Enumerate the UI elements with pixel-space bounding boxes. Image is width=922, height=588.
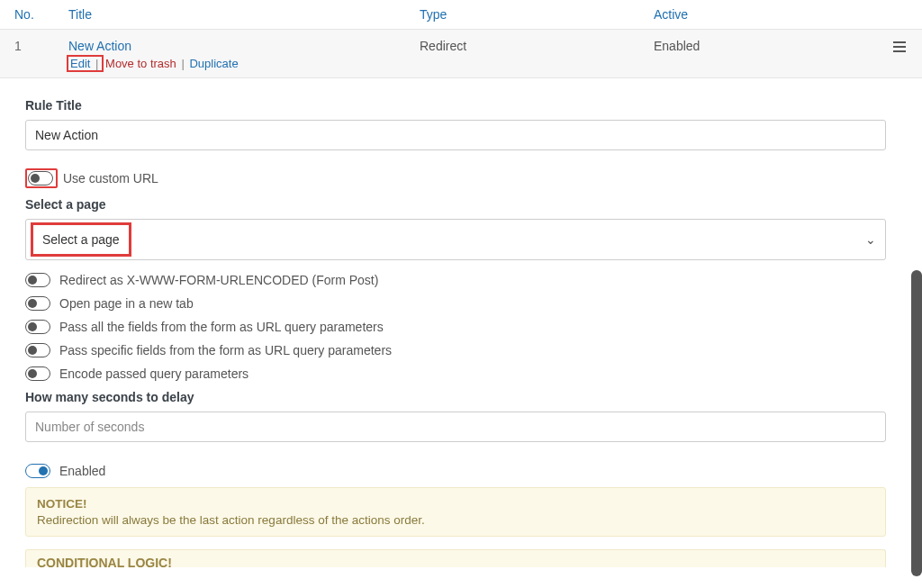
separator: |: [179, 57, 185, 70]
scrollbar[interactable]: [911, 270, 922, 567]
use-custom-url-label: Use custom URL: [63, 171, 158, 185]
form-post-row: Redirect as X-WWW-FORM-URLENCODED (Form …: [25, 273, 904, 287]
pass-specific-toggle[interactable]: [25, 343, 50, 357]
separator: |: [94, 57, 100, 70]
new-tab-row: Open page in a new tab: [25, 296, 904, 311]
row-title-link[interactable]: New Action: [68, 39, 420, 53]
rule-title-label: Rule Title: [25, 98, 904, 113]
rule-editor: Rule Title Use custom URL Select a page …: [0, 78, 922, 567]
new-tab-toggle[interactable]: [25, 296, 50, 311]
select-page-dropdown[interactable]: Select a page ⌄: [25, 219, 886, 260]
pass-all-toggle[interactable]: [25, 320, 50, 334]
use-custom-url-highlight: [25, 168, 58, 188]
form-post-label: Redirect as X-WWW-FORM-URLENCODED (Form …: [59, 273, 378, 287]
trash-link[interactable]: Move to trash: [105, 57, 176, 70]
enabled-row: Enabled: [25, 464, 904, 478]
notice-text: Redirection will always be the last acti…: [37, 513, 874, 527]
rule-row: 1 New Action Edit | Move to trash | Dupl…: [0, 30, 922, 78]
row-number: 1: [14, 39, 68, 53]
chevron-down-icon: ⌄: [865, 232, 876, 247]
conditional-logic-heading: CONDITIONAL LOGIC!: [25, 549, 886, 567]
pass-specific-label: Pass specific fields from the form as UR…: [59, 343, 392, 357]
rule-title-input[interactable]: [25, 120, 886, 150]
delay-input[interactable]: [25, 412, 886, 442]
edit-link[interactable]: Edit: [70, 57, 90, 70]
drag-icon: [891, 39, 908, 55]
select-page-highlight: Select a page: [31, 222, 131, 257]
enabled-toggle[interactable]: [25, 464, 50, 478]
encode-row: Encode passed query parameters: [25, 366, 904, 381]
header-no[interactable]: No.: [14, 7, 68, 22]
duplicate-link[interactable]: Duplicate: [189, 57, 238, 70]
select-page-value: Select a page: [35, 227, 127, 252]
header-active[interactable]: Active: [654, 7, 908, 22]
delay-label: How many seconds to delay: [25, 390, 904, 404]
header-title[interactable]: Title: [68, 7, 420, 22]
use-custom-url-toggle[interactable]: [28, 171, 53, 185]
drag-handle[interactable]: [881, 39, 908, 58]
use-custom-url-row: Use custom URL: [25, 168, 904, 188]
notice-box: NOTICE! Redirection will always be the l…: [25, 487, 886, 537]
row-actions: Edit | Move to trash | Duplicate: [68, 57, 420, 70]
pass-all-row: Pass all the fields from the form as URL…: [25, 320, 904, 334]
pass-all-label: Pass all the fields from the form as URL…: [59, 320, 384, 334]
header-type[interactable]: Type: [420, 7, 654, 22]
pass-specific-row: Pass specific fields from the form as UR…: [25, 343, 904, 357]
form-post-toggle[interactable]: [25, 273, 50, 287]
row-type: Redirect: [420, 39, 654, 53]
rules-table-header: No. Title Type Active: [0, 0, 922, 30]
row-active: Enabled: [654, 39, 881, 53]
select-page-label: Select a page: [25, 197, 904, 212]
encode-toggle[interactable]: [25, 366, 50, 381]
encode-label: Encode passed query parameters: [59, 366, 249, 381]
notice-heading: NOTICE!: [37, 497, 874, 511]
new-tab-label: Open page in a new tab: [59, 296, 194, 311]
edit-highlight: Edit |: [67, 55, 104, 72]
enabled-label: Enabled: [59, 464, 105, 478]
